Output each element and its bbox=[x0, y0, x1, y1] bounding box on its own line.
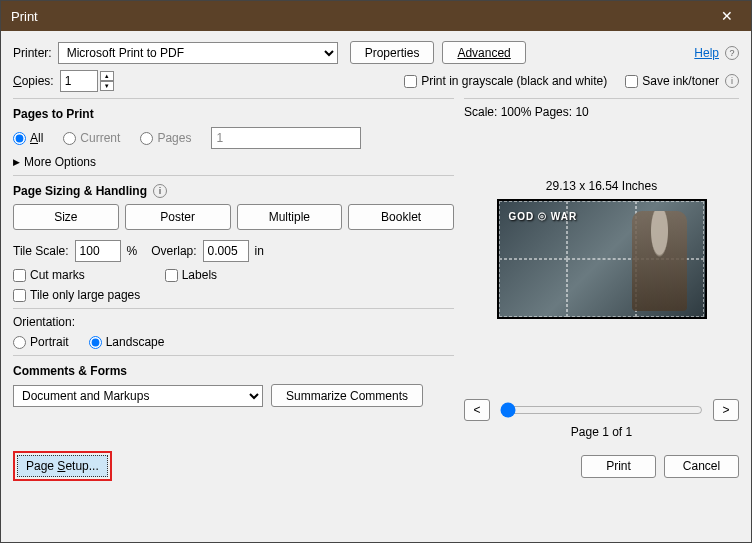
pages-to-print-title: Pages to Print bbox=[13, 107, 454, 121]
radio-current[interactable]: Current bbox=[63, 131, 120, 145]
page-setup-highlight: Page Setup... bbox=[13, 451, 112, 481]
footer: Page Setup... Print Cancel bbox=[1, 445, 751, 487]
tab-poster[interactable]: Poster bbox=[125, 204, 231, 230]
ink-info-icon[interactable]: i bbox=[725, 74, 739, 88]
more-options-toggle[interactable]: ▶ More Options bbox=[13, 155, 454, 169]
sizing-title: Page Sizing & Handlingi bbox=[13, 184, 454, 198]
page-preview: GOD ⦾ WAR bbox=[497, 199, 707, 319]
left-panel: Pages to Print All Current Pages ▶ More … bbox=[13, 98, 454, 439]
dimensions-label: 29.13 x 16.54 Inches bbox=[464, 179, 739, 193]
copies-down-icon[interactable]: ▼ bbox=[100, 81, 114, 91]
help-icon[interactable]: ? bbox=[725, 46, 739, 60]
radio-all[interactable]: All bbox=[13, 131, 43, 145]
preview-figure bbox=[632, 211, 687, 311]
overlap-label: Overlap: bbox=[151, 244, 196, 258]
summarize-button[interactable]: Summarize Comments bbox=[271, 384, 423, 407]
overlap-input[interactable] bbox=[203, 240, 249, 262]
titlebar: Print ✕ bbox=[1, 1, 751, 31]
orientation-label: Orientation: bbox=[13, 315, 454, 329]
prev-page-button[interactable]: < bbox=[464, 399, 490, 421]
scale-pages-label: Scale: 100% Pages: 10 bbox=[464, 105, 739, 119]
tab-booklet[interactable]: Booklet bbox=[348, 204, 454, 230]
tile-scale-input[interactable] bbox=[75, 240, 121, 262]
tab-size[interactable]: Size bbox=[13, 204, 119, 230]
comments-title: Comments & Forms bbox=[13, 364, 454, 378]
window-title: Print bbox=[11, 9, 38, 24]
properties-button[interactable]: Properties bbox=[350, 41, 435, 64]
save-ink-checkbox[interactable]: Save ink/toner bbox=[625, 74, 719, 88]
printer-label: Printer: bbox=[13, 46, 52, 60]
labels-checkbox[interactable]: Labels bbox=[165, 268, 217, 282]
preview-logo: GOD ⦾ WAR bbox=[509, 211, 578, 223]
triangle-right-icon: ▶ bbox=[13, 157, 20, 167]
copies-up-icon[interactable]: ▲ bbox=[100, 71, 114, 81]
page-slider[interactable] bbox=[500, 402, 703, 418]
radio-pages[interactable]: Pages bbox=[140, 131, 191, 145]
tile-large-checkbox[interactable]: Tile only large pages bbox=[13, 288, 454, 302]
advanced-button[interactable]: Advanced bbox=[442, 41, 525, 64]
page-of-label: Page 1 of 1 bbox=[464, 425, 739, 439]
tab-multiple[interactable]: Multiple bbox=[237, 204, 343, 230]
pages-input[interactable] bbox=[211, 127, 361, 149]
copies-label: Copies: bbox=[13, 74, 54, 88]
close-icon[interactable]: ✕ bbox=[713, 4, 741, 28]
cutmarks-checkbox[interactable]: Cut marks bbox=[13, 268, 85, 282]
next-page-button[interactable]: > bbox=[713, 399, 739, 421]
dialog-content: Printer: Microsoft Print to PDF Properti… bbox=[1, 31, 751, 445]
preview-panel: Scale: 100% Pages: 10 29.13 x 16.54 Inch… bbox=[464, 98, 739, 439]
comments-select[interactable]: Document and Markups bbox=[13, 385, 263, 407]
sizing-info-icon[interactable]: i bbox=[153, 184, 167, 198]
copies-input[interactable] bbox=[60, 70, 98, 92]
page-setup-button[interactable]: Page Setup... bbox=[17, 455, 108, 477]
printer-select[interactable]: Microsoft Print to PDF bbox=[58, 42, 338, 64]
copies-row: Copies: ▲ ▼ Print in grayscale (black an… bbox=[13, 70, 739, 92]
copies-spinner[interactable]: ▲ ▼ bbox=[100, 71, 114, 91]
percent-label: % bbox=[127, 244, 138, 258]
radio-portrait[interactable]: Portrait bbox=[13, 335, 69, 349]
help-link[interactable]: Help bbox=[694, 46, 719, 60]
printer-row: Printer: Microsoft Print to PDF Properti… bbox=[13, 41, 739, 64]
tile-scale-label: Tile Scale: bbox=[13, 244, 69, 258]
radio-landscape[interactable]: Landscape bbox=[89, 335, 165, 349]
print-button[interactable]: Print bbox=[581, 455, 656, 478]
cancel-button[interactable]: Cancel bbox=[664, 455, 739, 478]
grayscale-checkbox[interactable]: Print in grayscale (black and white) bbox=[404, 74, 607, 88]
overlap-unit: in bbox=[255, 244, 264, 258]
